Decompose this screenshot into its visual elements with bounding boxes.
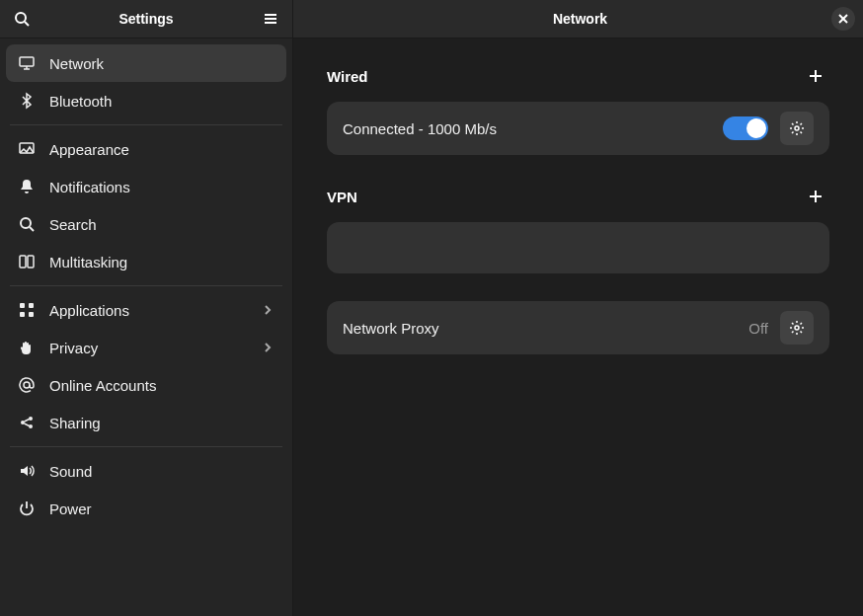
sidebar-item-label: Bluetooth <box>49 93 275 110</box>
main-panel: Wired Connected - 1000 Mb/s VPN <box>293 38 863 616</box>
vpn-add-button[interactable] <box>802 183 829 210</box>
chevron-right-icon <box>261 341 275 354</box>
sidebar-item-applications[interactable]: Applications <box>6 291 286 329</box>
vpn-section-title: VPN <box>327 189 802 205</box>
svg-line-1 <box>25 22 29 26</box>
proxy-settings-button[interactable] <box>780 311 814 345</box>
search-icon <box>14 11 30 27</box>
wired-add-button[interactable] <box>802 62 829 90</box>
svg-rect-7 <box>20 57 34 66</box>
search-icon <box>18 215 36 233</box>
wired-section-title: Wired <box>327 68 802 85</box>
sidebar-item-label: Appearance <box>49 141 275 158</box>
sidebar-item-label: Privacy <box>49 340 247 356</box>
page-title: Network <box>329 11 831 27</box>
sidebar-item-privacy[interactable]: Privacy <box>6 329 286 366</box>
sidebar-item-label: Search <box>49 216 275 233</box>
svg-line-12 <box>30 227 34 231</box>
chevron-right-icon <box>261 303 275 317</box>
menu-button[interactable] <box>257 5 284 33</box>
svg-point-27 <box>795 126 799 130</box>
sidebar-item-sharing[interactable]: Sharing <box>6 404 286 441</box>
sidebar-item-multitasking[interactable]: Multitasking <box>6 243 286 280</box>
svg-point-19 <box>24 382 30 388</box>
separator <box>10 285 282 286</box>
sidebar-item-appearance[interactable]: Appearance <box>6 130 286 168</box>
sidebar-item-label: Multitasking <box>49 254 275 270</box>
gear-icon <box>789 320 805 336</box>
sidebar-item-label: Network <box>49 55 275 72</box>
sidebar-item-search[interactable]: Search <box>6 205 286 243</box>
svg-rect-17 <box>20 312 25 317</box>
proxy-title: Network Proxy <box>343 320 737 337</box>
svg-point-0 <box>16 13 26 23</box>
toggle-knob <box>746 118 766 138</box>
svg-line-23 <box>25 420 30 423</box>
svg-rect-16 <box>29 303 34 308</box>
hamburger-icon <box>263 11 278 27</box>
vpn-empty-row <box>327 222 829 273</box>
svg-rect-18 <box>29 312 34 317</box>
appearance-icon <box>18 140 36 158</box>
sidebar-item-label: Sharing <box>49 415 275 431</box>
sidebar-item-label: Applications <box>49 302 247 319</box>
sidebar-item-label: Sound <box>49 463 275 480</box>
search-button[interactable] <box>8 5 36 33</box>
sidebar-item-sound[interactable]: Sound <box>6 452 286 490</box>
close-button[interactable] <box>831 7 855 31</box>
sidebar-item-label: Online Accounts <box>49 377 275 394</box>
speaker-icon <box>18 462 36 480</box>
svg-point-11 <box>21 218 31 228</box>
grid-icon <box>18 301 36 319</box>
display-icon <box>18 54 36 72</box>
hand-icon <box>18 339 36 356</box>
sidebar-item-network[interactable]: Network <box>6 44 286 82</box>
power-icon <box>18 500 36 517</box>
sidebar-item-bluetooth[interactable]: Bluetooth <box>6 82 286 119</box>
sidebar: NetworkBluetoothAppearanceNotificationsS… <box>0 38 293 616</box>
plus-icon <box>808 189 824 204</box>
svg-rect-13 <box>20 256 26 268</box>
close-icon <box>837 13 849 25</box>
svg-line-24 <box>25 424 30 426</box>
bell-icon <box>18 178 36 195</box>
svg-rect-15 <box>20 303 25 308</box>
bluetooth-icon <box>18 92 36 110</box>
plus-icon <box>808 68 824 84</box>
wired-settings-button[interactable] <box>780 112 814 145</box>
separator <box>10 124 282 125</box>
share-icon <box>18 414 36 431</box>
sidebar-item-online-accounts[interactable]: Online Accounts <box>6 366 286 404</box>
sidebar-item-label: Notifications <box>49 179 275 195</box>
gear-icon <box>789 120 805 136</box>
app-title: Settings <box>36 11 257 27</box>
wired-status-text: Connected - 1000 Mb/s <box>343 120 711 137</box>
multitask-icon <box>18 253 36 270</box>
svg-point-30 <box>795 326 799 330</box>
proxy-row: Network Proxy Off <box>327 301 829 354</box>
sidebar-item-label: Power <box>49 500 275 517</box>
wired-connection-row: Connected - 1000 Mb/s <box>327 102 829 155</box>
svg-rect-14 <box>28 256 34 268</box>
wired-toggle[interactable] <box>723 116 768 140</box>
sidebar-item-power[interactable]: Power <box>6 490 286 527</box>
svg-point-22 <box>29 424 33 428</box>
sidebar-item-notifications[interactable]: Notifications <box>6 168 286 205</box>
separator <box>10 446 282 447</box>
svg-point-21 <box>29 417 33 421</box>
at-icon <box>18 376 36 394</box>
proxy-status: Off <box>748 320 768 337</box>
